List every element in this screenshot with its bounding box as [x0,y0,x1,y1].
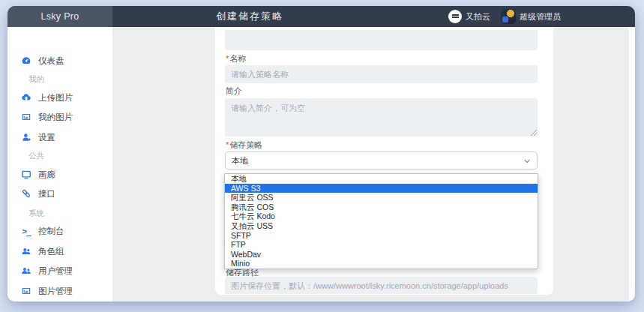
sidebar-section-public: 公共 [28,151,44,161]
header-right-cluster: 又拍云 超级管理员 [448,6,561,27]
storage-strategy-select[interactable]: 本地 [225,152,538,170]
page-title: 创建储存策略 [205,6,295,27]
option-upyun-uss[interactable]: 又拍云 USS [225,221,538,231]
monitor-icon [21,170,31,180]
sidebar-section-mine: 我的 [28,74,44,85]
dashboard-icon [21,56,31,66]
required-mark: * [226,54,229,63]
storage-strategy-label: * 储存策略 [226,140,262,149]
photo-icon [21,112,31,122]
sidebar-item-console[interactable]: >_ 控制台 [7,224,112,238]
app-window: Lsky Pro 创建储存策略 又拍云 超级管理员 仪表盘 我的 上传图片 [7,6,635,302]
sidebar-item-api[interactable]: 接口 [7,186,112,201]
sidebar-item-gallery[interactable]: 画廊 [7,167,112,182]
sidebar-section-system: 系统 [28,208,44,219]
main-content: * 名称 简介 * 储存策略 本地 本地 AWS S3 [112,27,635,302]
option-webdav[interactable]: WebDav [225,250,538,260]
storage-path-input[interactable] [225,277,538,294]
sidebar-item-roles[interactable]: 角色组 [7,244,112,259]
username[interactable]: 超级管理员 [520,11,561,22]
name-input[interactable] [225,65,538,83]
option-tencent-cos[interactable]: 腾讯云 COS [225,202,538,212]
name-label: * 名称 [226,54,246,63]
cloud-upload-icon [21,92,31,103]
scrollbar[interactable] [629,27,635,302]
storage-options-dropdown: 本地 AWS S3 阿里云 OSS 腾讯云 COS 七牛云 Kodo 又拍云 U… [224,173,538,269]
chevron-down-icon [524,158,530,164]
photo-manage-icon [21,286,31,296]
sidebar-item-upload[interactable]: 上传图片 [7,90,112,105]
option-aws-s3[interactable]: AWS S3 [225,184,538,194]
sidebar-item-image-management[interactable]: 图片管理 [7,284,112,298]
user-icon [21,132,31,142]
top-bar: Lsky Pro 创建储存策略 又拍云 超级管理员 [7,6,635,27]
sidebar-item-settings[interactable]: 设置 [7,130,112,145]
intro-label: 简介 [226,86,242,95]
users-group-icon [21,246,31,256]
option-local[interactable]: 本地 [225,174,538,184]
sidebar-item-dashboard[interactable]: 仪表盘 [7,53,112,68]
avatar[interactable] [501,9,516,24]
brand-logo[interactable]: Lsky Pro [7,6,112,27]
intro-textarea[interactable] [225,98,538,136]
resize-grip-icon[interactable] [531,130,537,136]
users-manage-icon [21,266,31,276]
sidebar: 仪表盘 我的 上传图片 我的图片 设置 公共 画廊 [7,27,112,302]
clipped-field[interactable] [225,30,538,50]
option-ftp[interactable]: FTP [225,240,538,250]
option-aliyun-oss[interactable]: 阿里云 OSS [225,193,538,202]
option-minio[interactable]: Minio [225,259,538,268]
option-sftp[interactable]: SFTP [225,231,538,241]
sidebar-item-my-images[interactable]: 我的图片 [7,110,112,124]
option-qiniu-kodo[interactable]: 七牛云 Kodo [225,212,538,221]
storage-driver-badge[interactable]: 又拍云 [466,11,490,22]
required-mark: * [226,140,229,149]
storage-driver-icon[interactable] [448,10,462,23]
selected-value: 本地 [232,155,248,166]
link-icon [21,188,31,199]
sidebar-item-user-management[interactable]: 用户管理 [7,263,112,278]
terminal-icon: >_ [21,226,31,236]
form-card: * 名称 简介 * 储存策略 本地 本地 AWS S3 [215,27,553,295]
